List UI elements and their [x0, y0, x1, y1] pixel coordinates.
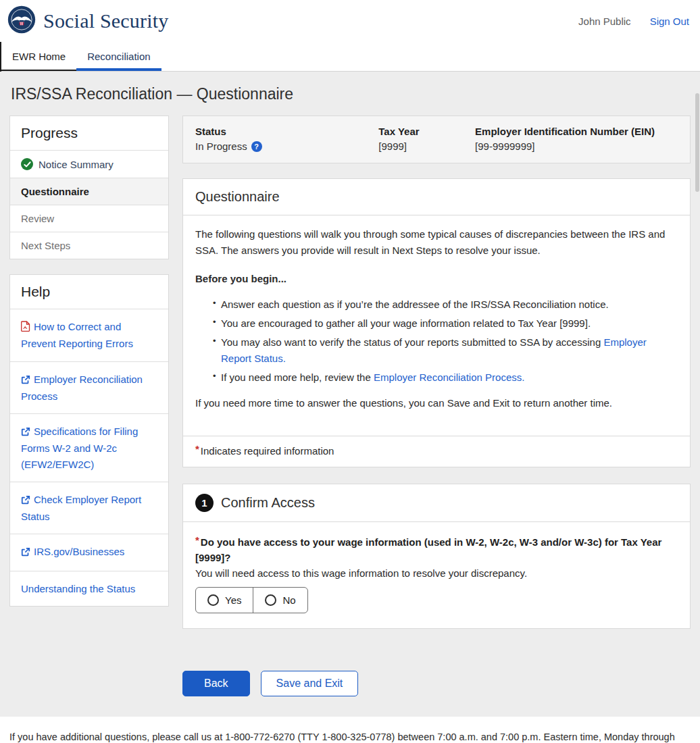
question-text: Do you have access to your wage informat… — [195, 536, 661, 563]
tab-ewr-home[interactable]: EWR Home — [1, 42, 76, 71]
radio-option-yes[interactable]: Yes — [196, 588, 253, 613]
back-button[interactable]: Back — [182, 671, 250, 696]
external-link-icon — [21, 493, 30, 509]
ssa-brand[interactable]: Social Security — [7, 5, 168, 37]
list-item: You are encouraged to gather all your wa… — [213, 315, 678, 332]
confirm-access-panel: 1 Confirm Access *Do you have access to … — [182, 484, 691, 629]
questionnaire-panel: Questionnaire The following questions wi… — [182, 178, 691, 467]
main-column: Status In Progress ? Tax Year [9999] Emp… — [182, 116, 691, 696]
bullet-text: Answer each question as if you’re the ad… — [221, 299, 609, 310]
before-you-begin-heading: Before you begin... — [195, 271, 678, 287]
tax-year-label: Tax Year — [378, 126, 475, 137]
sidebar: Progress Notice Summary Questionnaire Re… — [9, 116, 169, 607]
help-panel: Help How to Correct and Prevent Reportin… — [9, 274, 169, 607]
app-header: Social Security John Public Sign Out — [0, 0, 700, 42]
external-link-icon — [21, 545, 30, 561]
confirm-access-title: Confirm Access — [221, 495, 315, 511]
footer-contact-text: If you have additional questions, please… — [9, 727, 678, 743]
status-field: Status In Progress ? — [195, 126, 378, 152]
progress-item-label: Questionnaire — [21, 186, 89, 197]
tax-year-value: [9999] — [378, 140, 475, 152]
ein-value: [99-9999999] — [475, 140, 678, 152]
page-title: IRS/SSA Reconciliation — Questionnaire — [11, 85, 691, 103]
ein-label: Employer Identification Number (EIN) — [475, 126, 678, 137]
status-label: Status — [195, 126, 378, 137]
status-help-icon[interactable]: ? — [251, 141, 262, 152]
step-number-badge: 1 — [195, 494, 214, 512]
main-nav-tabbar: EWR Home Reconciliation — [0, 42, 700, 72]
scrollbar-thumb[interactable] — [695, 93, 699, 192]
wage-access-helper-text: You will need access to this wage inform… — [195, 567, 678, 579]
status-summary-bar: Status In Progress ? Tax Year [9999] Emp… — [182, 116, 691, 163]
progress-item-label: Next Steps — [21, 240, 70, 251]
help-link-label: IRS.gov/Businesses — [34, 546, 124, 557]
help-link-label: Specifications for Filing Forms W-2 and … — [21, 426, 138, 470]
required-information-note: *Indicates required information — [183, 436, 690, 467]
help-link-understanding-the-status[interactable]: Understanding the Status — [10, 571, 168, 606]
wage-access-radio-group: Yes No — [195, 587, 308, 613]
radio-icon[interactable] — [265, 594, 276, 606]
questionnaire-intro: The following questions will walk you th… — [195, 226, 678, 259]
bullet-text: You may also want to verify the status o… — [221, 336, 603, 348]
user-name: John Public — [578, 16, 631, 27]
radio-label: No — [282, 594, 295, 606]
save-exit-note: If you need more time to answer the ques… — [195, 395, 678, 411]
radio-icon[interactable] — [207, 594, 219, 606]
pdf-icon — [21, 320, 30, 336]
external-link-icon — [21, 425, 30, 440]
bullet-text: You are encouraged to gather all your wa… — [221, 317, 591, 329]
before-you-begin-list: Answer each question as if you’re the ad… — [213, 297, 678, 386]
required-asterisk: * — [195, 443, 199, 455]
list-item: Answer each question as if you’re the ad… — [213, 297, 678, 313]
radio-label: Yes — [225, 594, 241, 606]
required-note-text: Indicates required information — [201, 445, 334, 457]
sign-out-link[interactable]: Sign Out — [650, 16, 689, 27]
wage-access-question: *Do you have access to your wage informa… — [195, 534, 678, 566]
list-item: You may also want to verify the status o… — [213, 334, 678, 367]
help-link-correct-prevent-errors[interactable]: How to Correct and Prevent Reporting Err… — [10, 309, 168, 361]
tax-year-field: Tax Year [9999] — [378, 126, 475, 152]
bullet-text: If you need more help, review the — [221, 372, 374, 383]
list-item: If you need more help, review the Employ… — [213, 369, 678, 386]
progress-item-label: Review — [21, 213, 54, 224]
ein-field: Employer Identification Number (EIN) [99… — [475, 126, 678, 152]
external-link-icon — [21, 373, 30, 388]
progress-item-next-steps: Next Steps — [10, 232, 168, 259]
progress-item-review: Review — [10, 205, 168, 232]
required-asterisk: * — [195, 534, 199, 546]
radio-option-no[interactable]: No — [253, 588, 307, 613]
questionnaire-panel-title: Questionnaire — [183, 179, 690, 215]
page-footer: If you have additional questions, please… — [0, 717, 700, 743]
help-link-label: How to Correct and Prevent Reporting Err… — [21, 321, 133, 349]
footer-text-before-email: If you have additional questions, please… — [9, 732, 675, 743]
page-content: IRS/SSA Reconciliation — Questionnaire P… — [0, 72, 700, 717]
help-link-irs-gov-businesses[interactable]: IRS.gov/Businesses — [10, 534, 168, 570]
progress-item-label: Notice Summary — [39, 159, 114, 170]
help-link-employer-reconciliation-process[interactable]: Employer Reconciliation Process — [10, 361, 168, 414]
help-link-label: Check Employer Report Status — [21, 494, 141, 522]
progress-heading: Progress — [10, 116, 168, 150]
progress-panel: Progress Notice Summary Questionnaire Re… — [9, 116, 169, 259]
help-link-check-employer-report-status[interactable]: Check Employer Report Status — [10, 482, 168, 534]
ssa-seal-logo-icon — [7, 5, 36, 37]
tab-reconciliation[interactable]: Reconciliation — [76, 42, 161, 71]
progress-item-questionnaire: Questionnaire — [10, 178, 168, 205]
save-and-exit-button[interactable]: Save and Exit — [261, 671, 359, 696]
progress-item-notice-summary[interactable]: Notice Summary — [10, 150, 168, 178]
help-link-label: Employer Reconciliation Process — [21, 374, 143, 402]
brand-title: Social Security — [43, 9, 168, 32]
status-value: In Progress — [195, 140, 247, 152]
employer-reconciliation-process-link[interactable]: Employer Reconciliation Process. — [374, 372, 524, 383]
help-link-label: Understanding the Status — [21, 583, 135, 594]
help-heading: Help — [10, 275, 168, 309]
check-icon — [21, 158, 33, 170]
help-link-specifications-filing[interactable]: Specifications for Filing Forms W-2 and … — [10, 413, 168, 482]
form-actions: Back Save and Exit — [182, 671, 691, 696]
